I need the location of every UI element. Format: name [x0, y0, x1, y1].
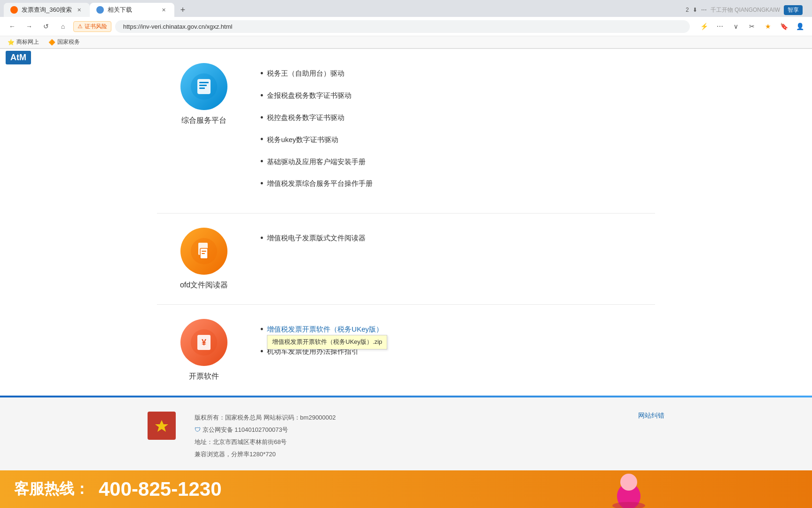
svg-point-17 [612, 502, 645, 508]
link-item: 金报税盘税务数字证书驱动 [260, 89, 655, 103]
comprehensive-links: 税务王（自助用台）驱动 金报税盘税务数字证书驱动 税控盘税务数字证书驱动 税务u… [251, 63, 655, 199]
tab-bar: 发票查询_360搜索 ✕ 相关下载 ✕ + 2 ⬇ ⋯ 千工开物 QIANGON… [0, 0, 812, 17]
scissors-icon[interactable]: ✂ [745, 20, 758, 33]
footer: 版权所有：国家税务总局 网站标识码：bm29000002 🛡 京公网安备 110… [0, 397, 812, 475]
security-icon: ⚠ [78, 23, 83, 30]
comprehensive-icon-col: 综合服务平台 [157, 63, 251, 126]
svg-rect-4 [199, 87, 205, 89]
more-icon[interactable]: ⋯ [701, 7, 707, 13]
link-item: 增值税发票综合服务平台操作手册 [260, 177, 655, 190]
tab-label-2: 相关下载 [108, 6, 132, 14]
footer-compatibility: 兼容浏览器，分辨率1280*720 [195, 448, 336, 460]
link-text: 税务王（自助用台）驱动 [267, 68, 344, 79]
billing-links: 增值税发票开票软件（税务UKey版） 增值税发票开票软件（税务UKey版）.zi… [251, 319, 655, 367]
tab-icon-2 [96, 6, 104, 14]
link-text: 增值税电子发票版式文件阅读器 [267, 232, 366, 244]
billing-svg: ¥ [190, 328, 218, 357]
tab-close-2[interactable]: ✕ [160, 6, 168, 14]
ofd-icon-col: ofd文件阅读器 [157, 228, 251, 290]
section-comprehensive: 综合服务平台 税务王（自助用台）驱动 金报税盘税务数字证书驱动 税控盘税务数字证… [157, 49, 655, 214]
lightning-icon[interactable]: ⚡ [697, 20, 710, 33]
police-text: 京公网安备 11040102700073号 [203, 426, 289, 433]
footer-copyright: 版权所有：国家税务总局 网站标识码：bm29000002 [195, 412, 336, 424]
bookmark-tax-label: 国家税务 [57, 38, 80, 46]
link-text: 基础驱动及应用客户端安装手册 [267, 156, 366, 167]
svg-rect-2 [199, 82, 209, 83]
link-item: 税控盘税务数字证书驱动 [260, 111, 655, 125]
footer-logo [148, 412, 176, 440]
tooltip-wrapper: 增值税发票开票软件（税务UKey版） 增值税发票开票软件（税务UKey版）.zi… [267, 324, 383, 335]
browser-chrome: 发票查询_360搜索 ✕ 相关下载 ✕ + 2 ⬇ ⋯ 千工开物 QIANGON… [0, 0, 812, 49]
link-text: 金报税盘税务数字证书驱动 [267, 90, 351, 101]
police-icon: 🛡 [195, 426, 201, 433]
ofd-label: ofd文件阅读器 [180, 280, 228, 290]
link-text: 增值税发票综合服务平台操作手册 [267, 178, 373, 189]
brand-logo: 千工开物 QIANGONGKAIW [710, 6, 780, 14]
user-icon[interactable]: 👤 [793, 20, 806, 33]
comprehensive-label: 综合服务平台 [181, 116, 226, 126]
svg-rect-3 [199, 85, 207, 86]
bookmark-icon[interactable]: 🔖 [777, 20, 790, 33]
footer-error-link[interactable]: 网站纠错 [638, 412, 664, 420]
svg-rect-1 [197, 79, 211, 94]
nav-bar: ← → ↺ ⌂ ⚠ 证书风险 ⚡ ⋯ ∨ ✂ ★ 🔖 👤 [0, 17, 812, 36]
cs-label: 客服热线： [14, 479, 89, 500]
svg-rect-8 [202, 251, 206, 252]
tooltip-box: 增值税发票开票软件（税务UKey版）.zip [267, 335, 387, 349]
svg-rect-9 [202, 253, 205, 254]
star-icon[interactable]: ★ [761, 20, 774, 33]
bookmark-trademark[interactable]: ⭐ 商标网上 [4, 37, 43, 47]
bookmarks-toolbar: ⭐ 商标网上 🔶 国家税务 [0, 36, 812, 48]
security-label: 证书风险 [85, 23, 107, 31]
tab-label-1: 发票查询_360搜索 [22, 6, 72, 14]
ofd-icon [180, 228, 227, 275]
footer-address: 地址：北京市西城区枣林前街68号 [195, 436, 336, 448]
footer-logo-svg [152, 416, 171, 435]
link-text: 税务ukey数字证书驱动 [267, 134, 338, 145]
billing-icon: ¥ [180, 319, 227, 366]
link-item: 税务ukey数字证书驱动 [260, 133, 655, 146]
reload-button[interactable]: ↺ [39, 20, 53, 33]
download-icon[interactable]: ⬇ [693, 7, 697, 13]
content-area: 综合服务平台 税务王（自助用台）驱动 金报税盘税务数字证书驱动 税控盘税务数字证… [148, 49, 664, 396]
home-button[interactable]: ⌂ [56, 20, 70, 33]
bookmark-trademark-icon: ⭐ [8, 39, 15, 46]
billing-label: 开票软件 [189, 372, 219, 381]
tab-right-area: 2 ⬇ ⋯ 千工开物 QIANGONGKAIW 智享 [686, 5, 808, 15]
section-ofd: ofd文件阅读器 增值税电子发票版式文件阅读器 [157, 214, 655, 305]
footer-content: 版权所有：国家税务总局 网站标识码：bm29000002 🛡 京公网安备 110… [148, 412, 664, 460]
mascot-svg [610, 470, 648, 508]
tab-count-badge: 2 [686, 7, 689, 13]
tab-invoice-search[interactable]: 发票查询_360搜索 ✕ [4, 3, 90, 17]
link-text: 税控盘税务数字证书驱动 [267, 112, 344, 123]
page-wrapper: 综合服务平台 税务王（自助用台）驱动 金报税盘税务数字证书驱动 税控盘税务数字证… [0, 49, 812, 475]
footer-text-block: 版权所有：国家税务总局 网站标识码：bm29000002 🛡 京公网安备 110… [195, 412, 336, 460]
tab-close-1[interactable]: ✕ [76, 6, 83, 14]
mascot-area [610, 470, 648, 508]
section-billing: ¥ 开票软件 增值税发票开票软件（税务UKey版） 增值税发票开票软件（税务UK… [157, 305, 655, 396]
back-button[interactable]: ← [6, 20, 19, 33]
bookmark-trademark-label: 商标网上 [16, 38, 39, 46]
footer-left: 版权所有：国家税务总局 网站标识码：bm29000002 🛡 京公网安备 110… [148, 412, 336, 460]
billing-icon-col: ¥ 开票软件 [157, 319, 251, 381]
comprehensive-icon [180, 63, 227, 110]
new-tab-button[interactable]: + [176, 3, 189, 16]
link-item: 税务王（自助用台）驱动 [260, 67, 655, 80]
extensions-icon[interactable]: ⋯ [713, 20, 726, 33]
bookmark-tax-icon: 🔶 [48, 39, 55, 46]
ai-button[interactable]: 智享 [784, 5, 803, 15]
expand-icon[interactable]: ∨ [729, 20, 742, 33]
billing-link-item-1: 增值税发票开票软件（税务UKey版） 增值税发票开票软件（税务UKey版）.zi… [260, 323, 655, 336]
atm-indicator: AtM [6, 51, 31, 64]
nav-right-buttons: ⚡ ⋯ ∨ ✂ ★ 🔖 👤 [697, 20, 806, 33]
svg-text:¥: ¥ [202, 338, 206, 347]
link-item: 基础驱动及应用客户端安装手册 [260, 155, 655, 168]
svg-point-16 [620, 474, 637, 491]
tab-related-download[interactable]: 相关下载 ✕ [90, 3, 174, 17]
security-badge[interactable]: ⚠ 证书风险 [73, 21, 111, 32]
url-input[interactable] [115, 20, 690, 33]
billing-software-link[interactable]: 增值税发票开票软件（税务UKey版） [267, 325, 383, 333]
bookmark-tax[interactable]: 🔶 国家税务 [45, 37, 84, 47]
ofd-links: 增值税电子发票版式文件阅读器 [251, 228, 655, 254]
forward-button[interactable]: → [23, 20, 36, 33]
